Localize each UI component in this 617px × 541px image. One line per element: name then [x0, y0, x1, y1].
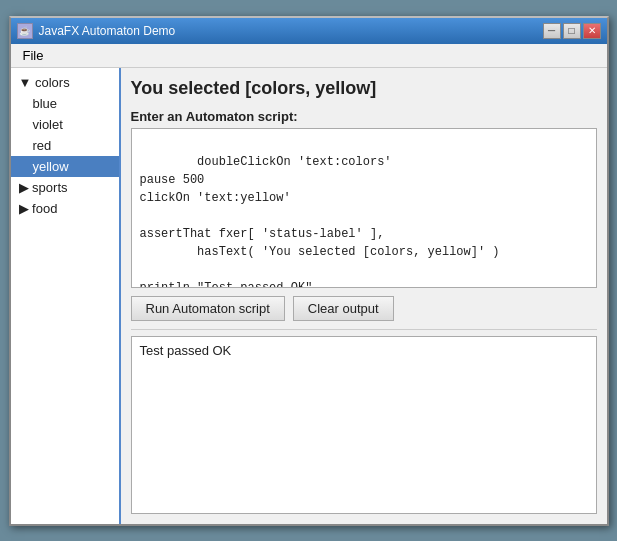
clear-output-button[interactable]: Clear output: [293, 296, 394, 321]
run-automaton-button[interactable]: Run Automaton script: [131, 296, 285, 321]
sidebar-item-violet[interactable]: violet: [11, 114, 119, 135]
main-window: ☕ JavaFX Automaton Demo ─ □ ✕ File ▼ col…: [9, 16, 609, 526]
app-icon: ☕: [17, 23, 33, 39]
title-bar-left: ☕ JavaFX Automaton Demo: [17, 23, 176, 39]
content-area: ▼ colors blue violet red yellow ▶ sports…: [11, 68, 607, 524]
menu-bar: File: [11, 44, 607, 68]
sidebar-item-food[interactable]: ▶ food: [11, 198, 119, 219]
sidebar-item-red[interactable]: red: [11, 135, 119, 156]
minimize-button[interactable]: ─: [543, 23, 561, 39]
status-label: You selected [colors, yellow]: [131, 78, 597, 99]
close-button[interactable]: ✕: [583, 23, 601, 39]
output-area: Test passed OK: [131, 336, 597, 514]
script-textarea[interactable]: doubleClickOn 'text:colors' pause 500 cl…: [131, 128, 597, 288]
output-text: Test passed OK: [140, 343, 232, 358]
sidebar: ▼ colors blue violet red yellow ▶ sports…: [11, 68, 121, 524]
sidebar-item-yellow[interactable]: yellow: [11, 156, 119, 177]
script-section-label: Enter an Automaton script:: [131, 109, 597, 124]
sidebar-item-colors[interactable]: ▼ colors: [11, 72, 119, 93]
sidebar-item-sports[interactable]: ▶ sports: [11, 177, 119, 198]
title-buttons: ─ □ ✕: [543, 23, 601, 39]
sidebar-item-blue[interactable]: blue: [11, 93, 119, 114]
title-bar: ☕ JavaFX Automaton Demo ─ □ ✕: [11, 18, 607, 44]
maximize-button[interactable]: □: [563, 23, 581, 39]
main-panel: You selected [colors, yellow] Enter an A…: [121, 68, 607, 524]
window-title: JavaFX Automaton Demo: [39, 24, 176, 38]
divider: [131, 329, 597, 330]
file-menu[interactable]: File: [15, 46, 52, 65]
button-row: Run Automaton script Clear output: [131, 296, 597, 321]
